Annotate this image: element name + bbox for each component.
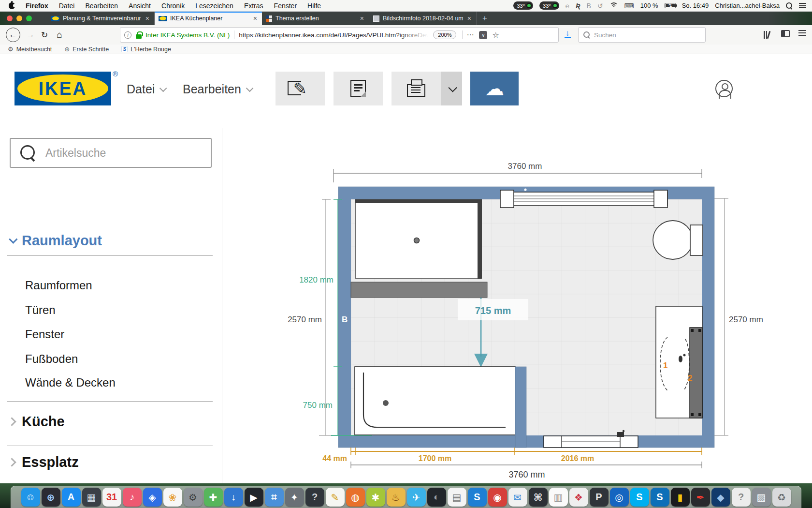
- plan-object-bathtub[interactable]: [355, 367, 515, 435]
- plan-object-shelf[interactable]: [351, 282, 487, 298]
- apple-menu-icon[interactable]: [9, 2, 15, 9]
- dock-icon[interactable]: ✒: [691, 488, 710, 507]
- sidebar-section-essplatz[interactable]: Essplatz: [9, 454, 79, 470]
- plan-object-shower-unit[interactable]: [355, 199, 482, 279]
- dock-icon[interactable]: A: [62, 488, 81, 507]
- plan-wall-stub[interactable]: [515, 367, 526, 448]
- keyboard-menu-icon[interactable]: ⌨: [624, 2, 634, 10]
- menu-ansicht[interactable]: Ansicht: [129, 2, 151, 10]
- bookmark-erste-schritte[interactable]: ⊕ Erste Schritte: [64, 45, 109, 53]
- bookmark-star-icon[interactable]: ☆: [492, 30, 499, 40]
- edit-plan-button[interactable]: ✎: [276, 72, 325, 105]
- tab-close-icon[interactable]: ×: [252, 15, 258, 22]
- dock-icon[interactable]: ⌘: [529, 488, 548, 507]
- menubar-clock[interactable]: So. 16:49: [682, 2, 709, 9]
- wifi-menu-icon[interactable]: [609, 2, 618, 9]
- tab-close-icon[interactable]: ×: [466, 15, 472, 22]
- sidebar-toggle-icon[interactable]: [781, 30, 790, 37]
- profile-account-icon[interactable]: [715, 80, 733, 97]
- dock-icon[interactable]: S: [468, 488, 487, 507]
- print-button[interactable]: [392, 72, 462, 105]
- window-zoom-button[interactable]: [26, 15, 32, 21]
- mirror-cabinet[interactable]: [690, 328, 702, 418]
- sidebar-item-raumformen[interactable]: Raumformen: [25, 279, 92, 292]
- dock-icon[interactable]: ❖: [569, 488, 588, 507]
- dock-icon[interactable]: ♨: [387, 488, 406, 507]
- dock-icon[interactable]: ✚: [204, 488, 223, 507]
- hamburger-menu-icon[interactable]: [798, 30, 806, 36]
- menu-fenster[interactable]: Fenster: [274, 2, 297, 10]
- dock-icon[interactable]: ✱: [366, 488, 385, 507]
- window-minimize-button[interactable]: [16, 15, 22, 21]
- dock-icon[interactable]: 31: [102, 488, 121, 507]
- dock-icon[interactable]: ?: [732, 488, 751, 507]
- dock-icon[interactable]: ▥: [549, 488, 568, 507]
- pocket-icon[interactable]: ∨: [479, 31, 487, 39]
- browser-search-bar[interactable]: Suchen: [578, 27, 706, 43]
- dock-icon[interactable]: ⌗: [265, 488, 284, 507]
- spotlight-search-icon[interactable]: [786, 2, 793, 9]
- dock-icon[interactable]: P: [590, 488, 609, 507]
- tab-ikea-kuechenplaner[interactable]: IKEA Küchenplaner ×: [155, 12, 262, 25]
- notes-button[interactable]: [334, 72, 383, 105]
- plan-object-toilet[interactable]: [653, 221, 703, 259]
- dock-icon[interactable]: ◍: [346, 488, 365, 507]
- dock-icon[interactable]: ✈: [407, 488, 426, 507]
- dock-icon[interactable]: ◆: [711, 488, 730, 507]
- menubar-username[interactable]: Christian...achel-Baksa: [715, 2, 780, 9]
- floor-plan-canvas[interactable]: 3760 mm 2570 mm 1820 mm 750 mm 2570 mm: [222, 128, 812, 483]
- dock-icon[interactable]: ✎: [326, 488, 345, 507]
- dock-icon[interactable]: ↓: [224, 488, 243, 507]
- dock-icon[interactable]: ▶: [245, 488, 263, 507]
- forward-button[interactable]: →: [25, 30, 36, 40]
- dock-icon[interactable]: ◐: [427, 488, 446, 507]
- battery-icon[interactable]: ↯: [665, 3, 676, 8]
- dock-icon[interactable]: ✦: [285, 488, 304, 507]
- timemachine-menu-icon[interactable]: ↺: [597, 2, 603, 10]
- dock-icon[interactable]: ♻: [772, 488, 791, 507]
- zoom-level-badge[interactable]: 200%: [433, 30, 456, 39]
- new-tab-button[interactable]: +: [477, 12, 493, 25]
- dock-icon[interactable]: ▤: [448, 488, 466, 507]
- temperature-widget[interactable]: 33°: [513, 1, 533, 10]
- dock-icon[interactable]: ◎: [610, 488, 629, 507]
- save-to-cloud-button[interactable]: ☁: [470, 72, 519, 105]
- home-button[interactable]: ⌂: [53, 30, 66, 40]
- tab-thema-erstellen[interactable]: Thema erstellen ×: [262, 12, 369, 25]
- dock-icon[interactable]: S: [630, 488, 649, 507]
- eject-menu-icon[interactable]: ℮: [566, 2, 569, 10]
- dock-icon[interactable]: ☺: [21, 488, 40, 507]
- dock-icon[interactable]: ❀: [163, 488, 182, 507]
- dock-icon[interactable]: ♪: [123, 488, 142, 507]
- dock-icon[interactable]: S: [651, 488, 669, 507]
- dock-icon[interactable]: ◈: [143, 488, 162, 507]
- library-icon[interactable]: [764, 31, 769, 39]
- notification-center-icon[interactable]: [799, 3, 806, 8]
- dock-icon[interactable]: ▦: [82, 488, 101, 507]
- menu-lesezeichen[interactable]: Lesezeichen: [195, 2, 233, 10]
- dock-icon[interactable]: ?: [305, 488, 324, 507]
- menu-datei[interactable]: Datei: [59, 2, 75, 10]
- antivirus-menu-icon[interactable]: Ʀ: [576, 2, 580, 10]
- url-text[interactable]: https://kitchenplanner.ikea.com/de/UI/Pa…: [239, 31, 428, 39]
- back-button[interactable]: ←: [6, 28, 20, 42]
- dock-icon[interactable]: ▨: [752, 488, 771, 507]
- sidebar-item-tueren[interactable]: Türen: [25, 303, 56, 317]
- dock-icon[interactable]: ✉: [508, 488, 527, 507]
- print-dropdown-button[interactable]: [441, 72, 462, 105]
- reload-button[interactable]: ↻: [39, 30, 50, 40]
- tab-close-icon[interactable]: ×: [145, 15, 150, 22]
- menu-firefox[interactable]: Firefox: [26, 2, 48, 10]
- sidebar-item-waende-decken[interactable]: Wände & Decken: [25, 376, 116, 389]
- menu-chronik[interactable]: Chronik: [161, 2, 185, 10]
- sidebar-item-fussboden[interactable]: Fußboden: [25, 352, 78, 366]
- bookmark-meistbesucht[interactable]: ⚙ Meistbesucht: [8, 45, 52, 53]
- sidebar-section-raumlayout[interactable]: Raumlayout: [9, 233, 102, 249]
- dock-icon[interactable]: ▮: [671, 488, 690, 507]
- window-close-button[interactable]: [7, 15, 13, 21]
- url-bar[interactable]: i Inter IKEA Systems B.V. (NL) https://k…: [120, 27, 559, 43]
- menu-bearbeiten[interactable]: Bearbeiten: [85, 2, 118, 10]
- menu-hilfe[interactable]: Hilfe: [307, 2, 321, 10]
- dock-icon[interactable]: ⊕: [42, 488, 60, 507]
- tab-bildschirmfoto[interactable]: Bildschirmfoto 2018-02-04 um ×: [369, 12, 477, 25]
